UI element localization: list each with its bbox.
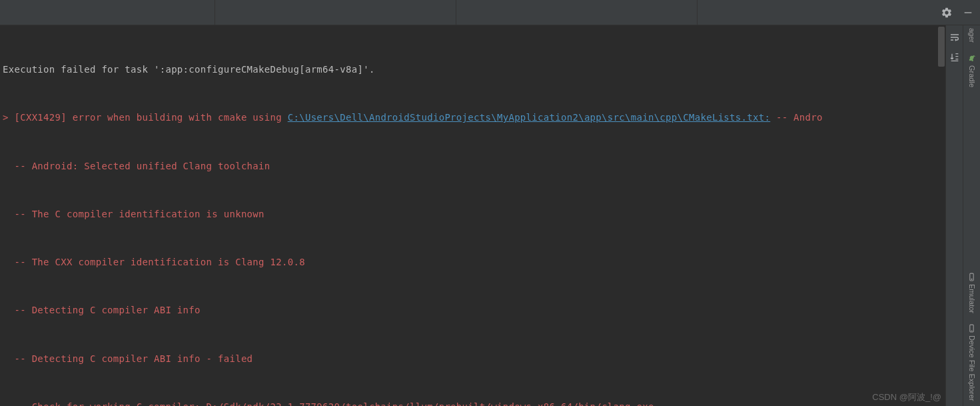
manager-tab[interactable]: ager <box>968 25 976 48</box>
emulator-tab[interactable]: Emulator <box>967 267 976 319</box>
console-error-text: -- Check for working C compiler: D:/Sdk/… <box>3 399 935 406</box>
console-text: Execution failed for task <box>3 64 154 75</box>
device-file-explorer-tab[interactable]: Device File Explorer <box>967 319 976 406</box>
tab-label: Gradle <box>968 65 976 87</box>
scroll-to-end-icon[interactable] <box>947 51 963 64</box>
top-tab-bar <box>0 0 980 25</box>
top-tab-3[interactable] <box>456 0 698 25</box>
tool-gutter <box>945 25 963 406</box>
cmake-file-link[interactable]: C:\Users\Dell\AndroidStudioProjects\MyAp… <box>288 112 770 123</box>
vertical-scrollbar[interactable] <box>937 25 945 406</box>
tab-label: Device File Explorer <box>968 335 976 401</box>
tab-label: Emulator <box>968 284 976 313</box>
minimize-icon[interactable] <box>960 5 976 21</box>
console-error-text: -- Andro <box>770 112 823 123</box>
gradle-tab[interactable]: Gradle <box>967 48 977 93</box>
console-error-text: -- Detecting C compiler ABI info <box>3 302 935 318</box>
top-tab-2[interactable] <box>215 0 456 25</box>
top-tab-1[interactable] <box>0 0 215 25</box>
device-icon <box>967 324 976 333</box>
gradle-icon <box>967 53 977 63</box>
build-output-console[interactable]: Execution failed for task ':app:configur… <box>0 25 937 406</box>
line-wrap-icon[interactable] <box>947 31 963 44</box>
console-error-text: -- Detecting C compiler ABI info - faile… <box>3 351 935 367</box>
tab-label: ager <box>968 28 976 43</box>
console-error-text: -- The C compiler identification is unkn… <box>3 206 935 222</box>
settings-icon[interactable] <box>939 5 955 21</box>
console-error-text: -- The CXX compiler identification is Cl… <box>3 254 935 270</box>
scrollbar-thumb[interactable] <box>938 27 945 67</box>
emulator-icon <box>967 273 976 281</box>
console-text: ':app:configureCMakeDebug[arm64-v8a]'. <box>154 64 375 75</box>
right-tool-window-bar: ager Gradle Emulator Device File Explore… <box>963 25 980 406</box>
top-tab-4[interactable] <box>698 0 939 25</box>
console-error-text: > [CXX1429] error when building with cma… <box>3 112 288 123</box>
console-error-text: -- Android: Selected unified Clang toolc… <box>3 158 935 174</box>
svg-point-2 <box>971 279 972 279</box>
